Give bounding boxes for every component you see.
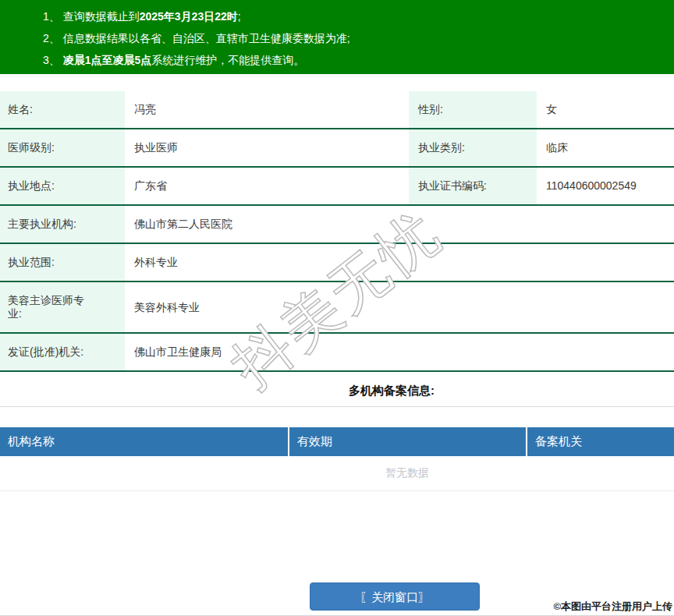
notice-text-bold: 凌晨1点至凌晨5点 (63, 54, 152, 66)
field-label: 发证(批准)机关: (0, 333, 125, 371)
profile-row: 姓名: 冯亮 性别: 女 (0, 91, 674, 129)
notice-text-bold: 2025年3月23日22时 (140, 10, 238, 23)
notice-text: ; (238, 10, 241, 23)
notice-text: 1、 查询数据截止到 (43, 10, 140, 23)
filing-header-row: 机构名称 有效期 备案机关 (0, 427, 674, 456)
field-value: 执业医师 (125, 129, 409, 167)
notice-line-3: 3、 凌晨1点至凌晨5点系统进行维护，不能提供查询。 (43, 49, 674, 71)
field-label: 主要执业机构: (0, 205, 125, 243)
field-label: 执业类别: (409, 129, 537, 167)
field-label: 姓名: (0, 91, 125, 129)
field-value: 临床 (537, 129, 674, 167)
field-value: 冯亮 (125, 91, 409, 129)
copyright-stamp: ©本图由平台注册用户上传 (553, 600, 672, 614)
filing-table: 机构名称 有效期 备案机关 暂无数据 (0, 427, 674, 491)
field-label: 美容主诊医师专业: (0, 281, 125, 333)
column-header-validity: 有效期 (289, 427, 527, 456)
profile-row: 美容主诊医师专业: 美容外科专业 (0, 281, 674, 333)
field-value: 美容外科专业 (125, 281, 674, 333)
profile-row: 执业范围: 外科专业 (0, 243, 674, 281)
notice-banner: 1、 查询数据截止到2025年3月23日22时; 2、 信息数据结果以各省、自治… (0, 0, 674, 74)
doctor-profile-table: 姓名: 冯亮 性别: 女 医师级别: 执业医师 执业类别: 临床 执业地点: 广… (0, 91, 674, 372)
field-label: 医师级别: (0, 129, 125, 167)
profile-row: 发证(批准)机关: 佛山市卫生健康局 (0, 333, 674, 371)
field-label: 执业证书编码: (409, 167, 537, 205)
field-label: 执业范围: (0, 243, 125, 281)
section-divider (0, 406, 674, 407)
field-value: 佛山市第二人民医院 (125, 205, 674, 243)
profile-row: 医师级别: 执业医师 执业类别: 临床 (0, 129, 674, 167)
empty-data-text: 暂无数据 (385, 466, 429, 479)
field-value: 佛山市卫生健康局 (125, 333, 674, 371)
profile-row: 主要执业机构: 佛山市第二人民医院 (0, 205, 674, 243)
notice-line-2: 2、 信息数据结果以各省、自治区、直辖市卫生健康委数据为准; (43, 27, 674, 49)
field-value: 外科专业 (125, 243, 674, 281)
field-value: 广东省 (125, 167, 409, 205)
close-window-button[interactable]: 〖关闭窗口〗 (310, 582, 480, 611)
notice-line-1: 1、 查询数据截止到2025年3月23日22时; (43, 5, 674, 27)
profile-row: 执业地点: 广东省 执业证书编码: 110440600002549 (0, 167, 674, 205)
column-header-institution: 机构名称 (0, 427, 289, 456)
field-value: 110440600002549 (537, 167, 674, 205)
filing-section-title: 多机构备案信息: (55, 383, 674, 398)
field-value: 女 (537, 91, 674, 129)
field-label: 执业地点: (0, 167, 125, 205)
filing-empty-row: 暂无数据 (0, 456, 674, 491)
field-label: 性别: (409, 91, 537, 129)
notice-text: 系统进行维护，不能提供查询。 (151, 54, 304, 66)
notice-text: 2、 信息数据结果以各省、自治区、直辖市卫生健康委数据为准; (43, 32, 350, 44)
column-header-authority: 备案机关 (527, 427, 674, 456)
notice-text: 3、 (43, 54, 63, 66)
